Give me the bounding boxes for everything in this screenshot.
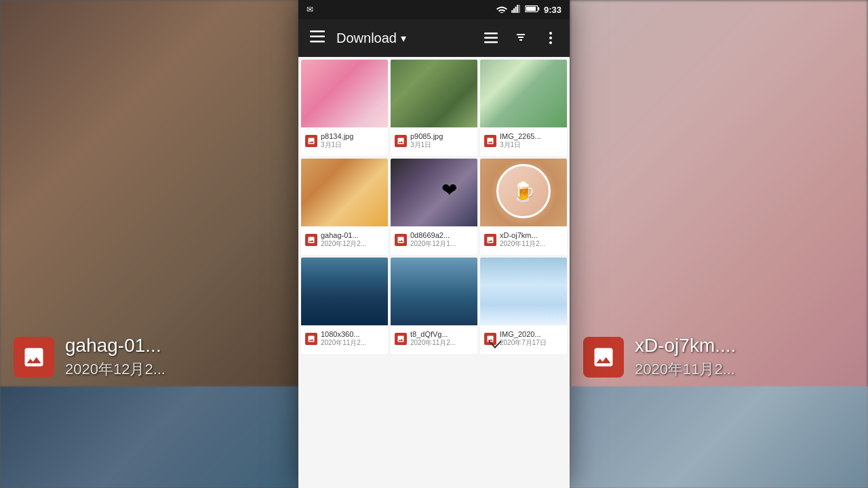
file-thumbnail-3	[301, 159, 388, 226]
file-thumbnail-1	[391, 60, 477, 127]
file-thumbnail-8	[480, 258, 567, 325]
svg-rect-3	[517, 5, 518, 13]
svg-rect-9	[310, 35, 325, 37]
file-item-4[interactable]: 0d8669a2...2020年12月1...	[391, 159, 477, 255]
bg-right-panel	[570, 0, 868, 488]
toolbar-title: Download ▾	[336, 30, 472, 46]
file-date-7: 2020年11月2...	[410, 338, 473, 348]
file-name-7: t8_dQfVg...	[410, 330, 473, 338]
side-info-right: xD-oj7km.... 2020年11月2...	[570, 321, 868, 393]
file-text-3: gahag-01...2020年12月2...	[321, 231, 384, 249]
file-info-8: IMG_2020...2020年7月17日	[480, 325, 567, 354]
svg-point-15	[549, 37, 552, 39]
svg-rect-2	[515, 6, 517, 12]
file-type-icon-5	[484, 234, 496, 246]
file-info-0: p8134.jpg3月1日	[301, 127, 388, 156]
sort-button[interactable]	[507, 24, 534, 52]
file-text-2: IMG_2265...3月1日	[500, 132, 563, 150]
side-right-text: xD-oj7km.... 2020年11月2...	[635, 335, 854, 380]
side-left-date: 2020年12月2...	[65, 359, 285, 380]
file-name-6: 1080x360...	[321, 330, 384, 338]
more-button[interactable]	[537, 24, 564, 52]
dropdown-icon[interactable]: ▾	[401, 32, 406, 45]
status-right: 9:33	[496, 5, 561, 15]
file-item-8[interactable]: IMG_2020...2020年7月17日	[480, 258, 567, 354]
file-grid[interactable]: p8134.jpg3月1日p9085.jpg3月1日IMG_2265...3月1…	[298, 57, 570, 488]
file-date-5: 2020年11月2...	[500, 239, 563, 249]
file-item-6[interactable]: 1080x360...2020年11月2...	[301, 258, 388, 354]
hamburger-icon	[310, 30, 325, 46]
file-text-5: xD-oj7km...2020年11月2...	[500, 231, 563, 249]
bg-left-panel	[0, 0, 298, 488]
svg-rect-8	[310, 30, 325, 33]
file-item-5[interactable]: 🍺xD-oj7km...2020年11月2...	[480, 159, 567, 255]
file-thumbnail-2	[480, 60, 567, 127]
file-date-6: 2020年11月2...	[321, 338, 384, 348]
svg-rect-1	[513, 8, 515, 13]
bg-left-bottom-image	[0, 386, 298, 488]
file-text-7: t8_dQfVg...2020年11月2...	[410, 330, 473, 348]
file-thumbnail-4	[391, 159, 477, 226]
side-left-filename: gahag-01...	[65, 335, 285, 357]
file-item-7[interactable]: t8_dQfVg...2020年11月2...	[391, 258, 477, 354]
file-date-3: 2020年12月2...	[321, 239, 384, 249]
file-name-3: gahag-01...	[321, 231, 384, 239]
file-info-3: gahag-01...2020年12月2...	[301, 226, 388, 255]
bg-right-bottom-image	[570, 386, 868, 488]
file-text-6: 1080x360...2020年11月2...	[321, 330, 384, 348]
file-info-6: 1080x360...2020年11月2...	[301, 325, 388, 354]
file-date-2: 3月1日	[500, 140, 563, 150]
svg-rect-0	[511, 10, 513, 13]
status-left: ✉	[307, 5, 313, 14]
file-name-0: p8134.jpg	[321, 132, 384, 140]
file-type-icon-3	[305, 234, 317, 246]
file-text-1: p9085.jpg3月1日	[410, 132, 473, 150]
file-thumbnail-6	[301, 258, 388, 325]
phone-frame: ✉	[298, 0, 570, 488]
status-bar: ✉	[298, 0, 570, 19]
file-name-8: IMG_2020...	[500, 330, 563, 338]
file-thumbnail-5: 🍺	[480, 159, 567, 226]
file-thumbnail-0	[301, 60, 388, 127]
svg-rect-13	[484, 41, 498, 43]
toolbar: Download ▾	[298, 19, 570, 57]
status-time: 9:33	[544, 5, 561, 15]
svg-rect-12	[484, 37, 498, 39]
side-right-filename: xD-oj7km....	[635, 335, 854, 357]
toolbar-title-text: Download	[336, 30, 397, 46]
file-name-2: IMG_2265...	[500, 132, 563, 140]
file-type-icon-7	[395, 333, 407, 345]
file-type-icon-0	[305, 135, 317, 147]
file-item-1[interactable]: p9085.jpg3月1日	[391, 60, 477, 156]
file-date-4: 2020年12月1...	[410, 239, 473, 249]
svg-rect-6	[538, 7, 539, 9]
side-info-left: gahag-01... 2020年12月2...	[0, 321, 298, 393]
file-name-4: 0d8669a2...	[410, 231, 473, 239]
file-item-2[interactable]: IMG_2265...3月1日	[480, 60, 567, 156]
file-item-0[interactable]: p8134.jpg3月1日	[301, 60, 388, 156]
file-type-icon-8	[484, 333, 496, 345]
file-info-1: p9085.jpg3月1日	[391, 127, 477, 156]
file-info-5: xD-oj7km...2020年11月2...	[480, 226, 567, 255]
svg-rect-10	[310, 41, 325, 43]
file-thumbnail-7	[391, 258, 477, 325]
file-date-1: 3月1日	[410, 140, 473, 150]
menu-button[interactable]	[304, 24, 331, 52]
side-left-text: gahag-01... 2020年12月2...	[65, 335, 285, 380]
svg-point-14	[549, 32, 552, 35]
svg-point-16	[549, 41, 552, 44]
file-info-2: IMG_2265...3月1日	[480, 127, 567, 156]
list-view-button[interactable]	[477, 24, 505, 52]
file-type-icon-6	[305, 333, 317, 345]
file-text-4: 0d8669a2...2020年12月1...	[410, 231, 473, 249]
svg-rect-7	[526, 7, 536, 11]
file-text-0: p8134.jpg3月1日	[321, 132, 384, 150]
svg-rect-11	[484, 33, 498, 35]
toolbar-actions	[477, 24, 564, 52]
file-item-3[interactable]: gahag-01...2020年12月2...	[301, 159, 388, 255]
file-date-0: 3月1日	[321, 140, 384, 150]
file-type-icon-1	[395, 135, 407, 147]
file-info-7: t8_dQfVg...2020年11月2...	[391, 325, 477, 354]
side-left-file-icon	[14, 337, 54, 378]
email-status-icon: ✉	[307, 5, 313, 14]
